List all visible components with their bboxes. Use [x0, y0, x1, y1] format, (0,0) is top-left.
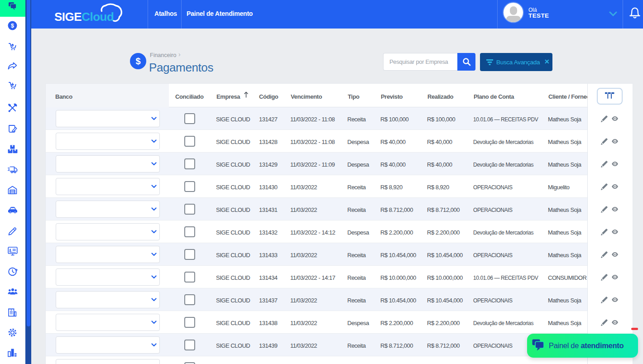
svg-text:$: $: [10, 308, 12, 311]
svg-text:$: $: [11, 23, 14, 29]
